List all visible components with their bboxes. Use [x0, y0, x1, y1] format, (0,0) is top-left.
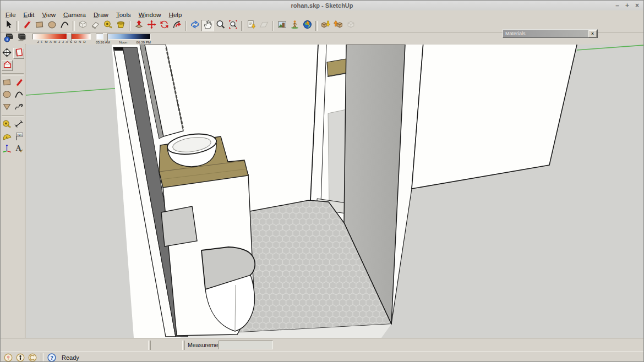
rectangle-tool-button[interactable] — [33, 20, 46, 31]
orbit-icon — [190, 20, 200, 31]
minimize-button[interactable]: – — [615, 1, 619, 10]
polygon-icon — [2, 102, 12, 113]
figure-icon — [290, 20, 299, 31]
freehand-tool-button[interactable] — [13, 102, 24, 113]
move-tool-button[interactable] — [145, 20, 158, 31]
move-icon — [147, 20, 156, 31]
rectangle-icon — [35, 20, 44, 31]
claim-status-icon[interactable] — [28, 353, 37, 362]
pan-hand-icon — [203, 20, 212, 31]
line-tool-palette-button[interactable] — [13, 78, 24, 89]
top-view-button[interactable] — [1, 48, 12, 59]
menu-view[interactable]: View — [38, 11, 59, 19]
menu-file[interactable]: File — [2, 11, 20, 19]
eraser-tool-button[interactable] — [89, 20, 102, 31]
iso-view-button[interactable] — [2, 60, 13, 71]
menu-window[interactable]: Window — [135, 11, 165, 19]
geo-location-icon[interactable] — [3, 353, 13, 362]
circle-tool-palette-button[interactable] — [1, 90, 12, 101]
zoom-tool-button[interactable] — [214, 20, 227, 31]
zoom-extents-button[interactable] — [227, 20, 239, 31]
photo-textures-button[interactable] — [276, 20, 288, 31]
toolbar-separator — [315, 21, 318, 31]
toolbar-separator — [272, 21, 274, 31]
polygon-tool-button[interactable] — [1, 102, 12, 113]
zoom-icon — [216, 20, 225, 31]
share-models-button[interactable] — [332, 20, 345, 31]
add-location-button[interactable] — [245, 20, 258, 31]
get-models-button[interactable] — [319, 20, 332, 31]
make-component-button[interactable] — [77, 20, 89, 31]
position-camera-button[interactable] — [288, 20, 301, 31]
arc-tool-button[interactable] — [58, 20, 71, 31]
share-component-button[interactable] — [345, 20, 357, 31]
preview-google-earth-button[interactable] — [301, 20, 314, 31]
toggle-terrain-button[interactable] — [258, 20, 270, 31]
help-icon[interactable]: ? — [47, 353, 57, 362]
rectangle-icon — [2, 78, 12, 89]
toolbar-grip[interactable] — [148, 341, 151, 350]
statusbar-separator — [41, 353, 43, 361]
date-slider-thumb[interactable] — [67, 33, 72, 41]
share-models-icon — [334, 20, 343, 31]
paint-bucket-tool-button[interactable] — [114, 20, 127, 31]
shadow-date-slider[interactable]: J F M A M J J A S O N D — [32, 34, 91, 43]
google-earth-icon — [303, 20, 312, 31]
rectangle-tool-palette-button[interactable] — [1, 78, 12, 89]
tape-measure-palette-button[interactable] — [1, 119, 12, 130]
menu-camera[interactable]: Camera — [59, 11, 90, 19]
push-pull-icon — [134, 20, 144, 31]
arc-tool-palette-button[interactable] — [13, 90, 24, 101]
menu-tools[interactable]: Tools — [112, 11, 135, 19]
measurements-input[interactable] — [219, 341, 273, 349]
toggle-shadows-button[interactable] — [15, 33, 28, 45]
freehand-icon — [14, 102, 24, 113]
text-abc-icon: ABC — [14, 131, 24, 143]
menu-edit[interactable]: Edit — [20, 11, 39, 19]
materials-close-button[interactable]: x — [588, 30, 597, 37]
menu-draw[interactable]: Draw — [90, 11, 112, 19]
menu-help[interactable]: Help — [165, 11, 186, 19]
pan-tool-button[interactable] — [201, 20, 214, 31]
front-view-button[interactable] — [13, 48, 24, 59]
shadow-settings-icon — [4, 32, 14, 45]
tape-measure-tool-button[interactable] — [102, 20, 114, 31]
materials-panel[interactable]: Materials x — [503, 29, 598, 38]
circle-tool-button[interactable] — [46, 20, 58, 31]
rotate-tool-button[interactable] — [158, 20, 171, 31]
window-controls: – + × — [615, 1, 639, 10]
statusbar: ? Ready — [1, 352, 643, 362]
titlebar[interactable]: rohan.skp - SketchUp – + × — [1, 1, 643, 10]
measurements-bar: Measurements — [1, 338, 643, 352]
date-gradient-strip[interactable] — [32, 34, 91, 40]
tape-measure-icon — [2, 119, 12, 131]
time-end-label: 06:39 PM — [137, 40, 151, 44]
toolbar-grip[interactable] — [182, 341, 185, 350]
offset-tool-button[interactable] — [171, 20, 183, 31]
front-view-icon — [14, 48, 24, 59]
orbit-tool-button[interactable] — [189, 20, 201, 31]
toolbar-separator — [129, 21, 131, 31]
house-view-icon — [3, 60, 12, 72]
arc-icon — [14, 90, 24, 101]
time-noon-label: Noon — [119, 40, 127, 44]
protractor-icon — [2, 131, 12, 143]
dimension-tool-button[interactable] — [13, 119, 24, 130]
viewport-3d[interactable] — [26, 45, 644, 338]
svg-text:ABC: ABC — [17, 133, 23, 136]
3d-text-tool-button[interactable]: A — [13, 144, 24, 155]
sketchup-window: rohan.skp - SketchUp – + × File Edit Vie… — [0, 0, 644, 362]
shadow-settings-button[interactable] — [2, 33, 15, 45]
svg-text:?: ? — [51, 354, 54, 360]
line-tool-button[interactable] — [20, 20, 33, 31]
shadow-time-slider[interactable]: 05:26 AM Noon 06:39 PM — [96, 34, 151, 44]
person-status-icon[interactable] — [15, 353, 25, 362]
time-slider-thumb[interactable] — [103, 33, 108, 41]
axes-tool-button[interactable] — [1, 144, 12, 155]
push-pull-tool-button[interactable] — [133, 20, 145, 31]
select-tool-button[interactable] — [2, 20, 15, 31]
close-button[interactable]: × — [635, 1, 639, 10]
text-tool-button[interactable]: ABC — [13, 131, 24, 142]
maximize-button[interactable]: + — [625, 1, 629, 10]
protractor-tool-button[interactable] — [1, 131, 12, 142]
